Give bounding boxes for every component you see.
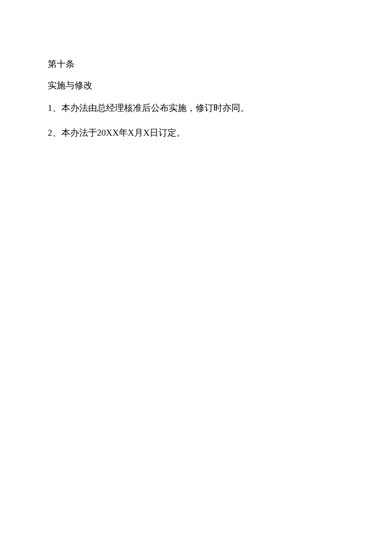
article-heading: 第十条 (48, 58, 349, 71)
section-heading: 实施与修改 (48, 79, 349, 93)
numbered-item: 1、本办法由总经理核准后公布实施，修订时亦同。 (48, 102, 349, 115)
numbered-item: 2、本办法于20XX年X月X日订定。 (48, 126, 349, 140)
